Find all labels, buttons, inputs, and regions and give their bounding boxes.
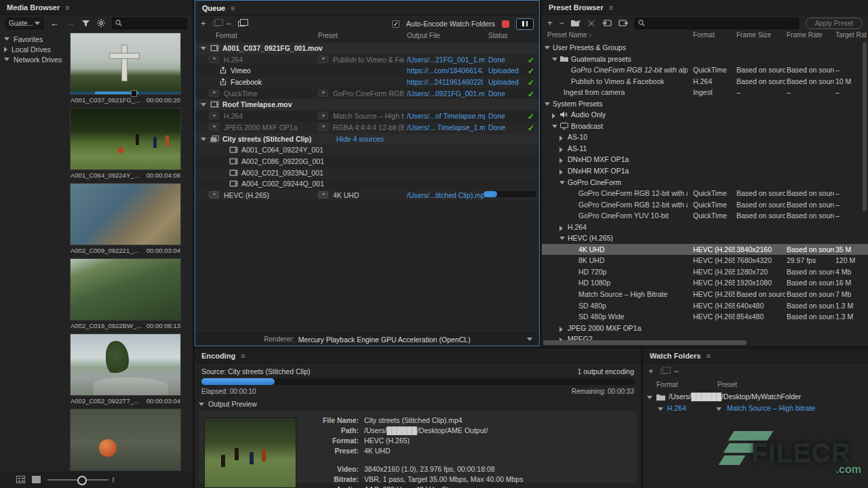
thumbnail-zoom-slider[interactable] — [47, 479, 108, 481]
chevron-right-icon[interactable] — [559, 226, 563, 231]
chevron-down-icon[interactable] — [545, 46, 550, 49]
watch-folder-output-row[interactable]: H.264 Match Source – High bitrate — [643, 403, 868, 414]
chevron-down-icon[interactable] — [201, 103, 206, 106]
preset-name[interactable]: GoPro CineForm RGB 12-bit with alpha — [578, 189, 688, 197]
clip-thumbnail-ball-rain[interactable] — [70, 409, 181, 471]
hide-sources-link[interactable]: Hide 4 sources — [336, 135, 384, 143]
chevron-right-icon[interactable] — [559, 327, 563, 332]
clip-card[interactable] — [70, 409, 181, 481]
duplicate-button[interactable] — [238, 21, 245, 26]
queue-row-output[interactable]: JPEG 2000 MXF OP1aRGBA 4:4:4:4 12-bit (B… — [195, 122, 539, 134]
column-format[interactable]: Format — [656, 381, 678, 388]
preset-row-group[interactable]: AS-10 — [542, 131, 868, 143]
chevron-down-icon[interactable] — [527, 338, 532, 341]
preset-row-group[interactable]: DNxHR MXF OP1a — [542, 165, 868, 177]
preset-row-preset[interactable]: GoPro CineForm RGB 12-bit with alphaQuic… — [542, 188, 868, 199]
queue-row-output[interactable]: H.264Publish to Vimeo & Face.../Users/..… — [195, 54, 539, 66]
preset-row-preset[interactable]: 8K UHDHEVC (H.265)7680x432029.97 fps120 … — [542, 255, 868, 266]
clip-thumbnail-cliff-tree[interactable] — [70, 333, 181, 396]
chevron-down-icon[interactable] — [201, 138, 206, 141]
clip-thumbnail-soccer-field[interactable] — [70, 108, 181, 170]
format-dropdown[interactable] — [209, 191, 219, 199]
chevron-right-icon[interactable] — [559, 136, 563, 141]
queue-row-source[interactable]: A003_C021_0923NJ_001 — [195, 167, 539, 179]
output-file-link[interactable]: /Users/...0921FG_001.mov — [407, 89, 485, 98]
panel-menu-icon[interactable]: ≡ — [609, 3, 613, 12]
column-format[interactable]: Format — [693, 31, 715, 39]
clip-thumbnail-jungle-ruins[interactable] — [70, 258, 181, 321]
chevron-down-icon[interactable] — [552, 58, 557, 61]
clip-thumbnail-lake-town[interactable] — [70, 183, 181, 245]
preset-row-preset[interactable]: 4K UHDHEVC (H.265)3840x2160Based on sour… — [542, 244, 868, 256]
chevron-down-icon[interactable] — [658, 407, 663, 411]
preset-row-group[interactable]: HEVC (H.265) — [542, 232, 868, 244]
output-file-link[interactable]: /Users/...titched Clip).mp4 — [407, 191, 485, 199]
preset-row-group[interactable]: H.264 — [542, 222, 868, 233]
remove-watch-folder-button[interactable]: − — [674, 367, 679, 375]
chevron-right-icon[interactable] — [559, 147, 563, 152]
add-output-button[interactable] — [660, 369, 667, 374]
panel-menu-icon[interactable]: ≡ — [65, 3, 69, 12]
tree-item-local-drives[interactable]: Local Drives — [4, 44, 68, 54]
preset-row-preset[interactable]: GoPro CineForm RGB 12-bit with alpha (Al… — [542, 64, 868, 76]
format-dropdown[interactable] — [209, 56, 219, 63]
thumbnail-view-button[interactable] — [32, 476, 41, 483]
add-source-button[interactable]: + — [201, 20, 206, 28]
queue-row-group[interactable]: A001_C037_0921FG_001.mov — [195, 43, 539, 54]
stop-button[interactable] — [502, 20, 509, 28]
preset-row-preset[interactable]: HD 720pHEVC (H.265)1280x720Based on sour… — [542, 266, 868, 278]
chevron-down-icon[interactable] — [545, 102, 550, 106]
ingest-settings-gear-icon[interactable] — [97, 19, 105, 27]
preset-row-group[interactable]: GoPro CineForm — [542, 177, 868, 188]
preset-name[interactable]: GoPro CineForm YUV 10-bit — [578, 211, 688, 220]
clip-card[interactable]: A001_C064_09224Y_...00:00:04:08 — [70, 108, 181, 180]
remove-button[interactable]: − — [226, 20, 231, 28]
watch-folder-preset[interactable]: Match Source – High bitrate — [727, 404, 815, 412]
column-frame-rate[interactable]: Frame Rate — [787, 31, 823, 39]
tree-item-favorites[interactable]: Favorites — [4, 34, 68, 44]
preset-dropdown[interactable] — [318, 191, 328, 199]
preset-dropdown[interactable] — [318, 89, 328, 97]
preset-search-input[interactable] — [635, 18, 799, 29]
create-group-button[interactable] — [571, 20, 580, 26]
auto-encode-checkbox[interactable]: ✓ — [392, 20, 399, 28]
export-preset-button[interactable] — [618, 20, 628, 27]
share-url[interactable]: https://...com/184066142 — [407, 66, 483, 75]
preset-name[interactable]: HD 720p — [578, 268, 688, 276]
renderer-dropdown[interactable]: Mercury Playback Engine GPU Acceleration… — [298, 336, 471, 344]
preset-text[interactable]: Match Source – High bitr... — [333, 112, 404, 120]
preset-row-preset[interactable]: GoPro CineForm YUV 10-bitQuickTimeBased … — [542, 210, 868, 222]
clip-card[interactable]: A002_C009_092221_...00:00:03:04 — [70, 183, 181, 255]
preset-row-preset[interactable]: GoPro CineForm RGB 12-bit with alpha...Q… — [542, 199, 868, 211]
preset-text[interactable]: RGBA 4:4:4:4 12-bit (BC... — [333, 123, 404, 131]
preset-text[interactable]: Publish to Vimeo & Face... — [333, 56, 404, 64]
preset-row-preset[interactable]: SD 480pHEVC (H.265)640x480Based on sourc… — [542, 300, 868, 312]
list-view-button[interactable] — [16, 476, 25, 483]
forward-arrow-button[interactable]: → — [66, 18, 75, 28]
preset-name[interactable]: HD 1080p — [578, 279, 688, 287]
output-preview-toggle[interactable]: Output Preview — [199, 400, 257, 408]
queue-row-group[interactable]: Roof Timelapse.mov — [195, 99, 539, 110]
panel-menu-icon[interactable]: ≡ — [706, 352, 710, 360]
queue-row-source[interactable]: A001_C064_09224Y_001 — [195, 144, 539, 156]
queue-row-source[interactable]: A004_C002_09244Q_001 — [195, 178, 539, 190]
column-preset[interactable]: Preset — [318, 32, 338, 39]
apply-preset-button[interactable]: Apply Preset — [806, 18, 863, 29]
column-frame-size[interactable]: Frame Size — [736, 31, 771, 39]
tree-item-network-drives[interactable]: Network Drives — [4, 54, 68, 64]
watch-folder-row[interactable]: /Users/██████/Desktop/MyWatchFolder — [643, 391, 868, 403]
chevron-down-icon[interactable] — [552, 125, 557, 128]
preset-row-group[interactable]: User Presets & Groups — [542, 42, 868, 54]
preset-row-preset[interactable]: Match Source – High BitrateHEVC (H.265)B… — [542, 289, 868, 300]
preset-name[interactable]: SD 480p — [578, 302, 688, 310]
clip-card[interactable]: A002_C052_0922T7_...00:00:03:04 — [70, 333, 181, 405]
format-text[interactable]: JPEG 2000 MXF OP1a — [224, 123, 298, 131]
preset-name[interactable]: SD 480p Wide — [578, 312, 688, 321]
preset-row-group[interactable]: Audio Only — [542, 109, 868, 121]
format-text[interactable]: H.264 — [224, 56, 243, 64]
queue-row-encoding[interactable]: HEVC (H.265)4K UHD/Users/...titched Clip… — [195, 190, 539, 201]
output-file-link[interactable]: /Users/...21FG_001_1.mp4 — [407, 56, 485, 64]
chevron-down-icon[interactable] — [201, 47, 206, 50]
preset-row-group[interactable]: AS-11 — [542, 143, 868, 155]
preset-row-preset[interactable]: Publish to Vimeo & FacebookH.264Based on… — [542, 76, 868, 87]
